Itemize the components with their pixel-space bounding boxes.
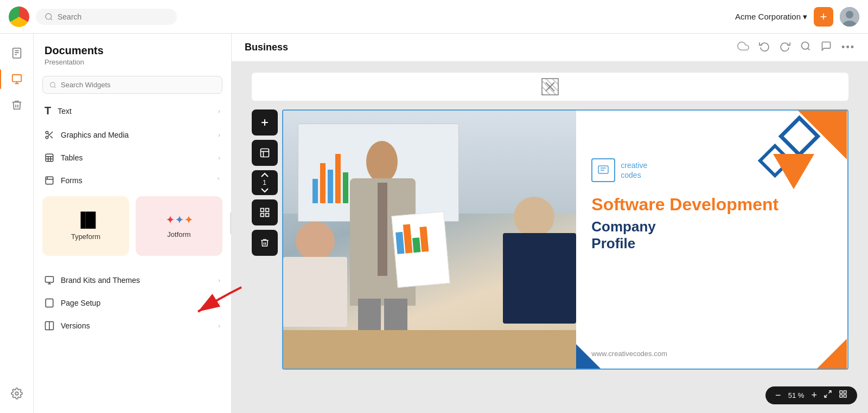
widget-bottom-items: Brand Kits and Themes › Page Setup › Ver…: [34, 269, 231, 337]
thumbnail-strip: [252, 73, 848, 101]
menu-item-graphics[interactable]: Graphics and Media ›: [34, 124, 231, 146]
logo-text: creative codes: [621, 160, 647, 180]
monitor-icon: [44, 275, 54, 285]
versions-chevron: ›: [218, 322, 220, 329]
text-icon: T: [44, 105, 51, 117]
page-number: 1: [263, 179, 266, 186]
undo-icon[interactable]: [759, 41, 770, 54]
svg-line-35: [808, 48, 810, 50]
more-icon[interactable]: •••: [841, 42, 855, 53]
svg-rect-25: [46, 177, 53, 184]
comment-icon[interactable]: [821, 41, 832, 54]
typeform-label: Typeform: [71, 233, 100, 241]
sidebar-item-documents[interactable]: [6, 42, 28, 64]
svg-point-13: [50, 82, 55, 87]
svg-point-34: [802, 42, 809, 49]
svg-rect-57: [844, 395, 846, 397]
brand-kits-chevron: ›: [218, 277, 220, 283]
zoom-in-btn[interactable]: +: [809, 390, 819, 401]
slide-content: creative codes Software Development Comp…: [576, 111, 847, 369]
text-chevron: ›: [218, 108, 220, 114]
typeform-icon: ▐█: [76, 211, 96, 228]
svg-rect-31: [46, 299, 53, 307]
svg-rect-44: [265, 209, 269, 212]
presentation-slide[interactable]: creative codes Software Development Comp…: [282, 109, 848, 370]
svg-rect-40: [260, 149, 269, 157]
zoom-search-icon[interactable]: [800, 41, 811, 54]
add-button[interactable]: +: [814, 7, 833, 27]
tables-label: Tables: [61, 153, 82, 162]
svg-point-16: [46, 136, 48, 139]
slide-area: 1: [232, 62, 868, 413]
svg-rect-20: [46, 154, 53, 162]
jotform-label: Jotform: [167, 230, 190, 238]
content-header: Business •••: [232, 34, 868, 62]
svg-rect-47: [598, 166, 608, 173]
svg-line-18: [50, 136, 53, 138]
orange-down-triangle: [773, 154, 814, 189]
slide-heading-main: Software Development: [591, 195, 832, 214]
slide-url: www.creativecodes.com: [591, 350, 832, 358]
main-layout: Documents Presentation T Text › Graphics…: [0, 34, 868, 413]
app-logo[interactable]: [9, 7, 29, 27]
zoom-out-btn[interactable]: −: [773, 390, 783, 401]
content-tools: •••: [737, 40, 855, 55]
widget-search-input[interactable]: [61, 81, 215, 89]
menu-item-forms[interactable]: Forms ˅: [34, 169, 231, 192]
add-slide-btn[interactable]: [252, 109, 278, 135]
svg-line-14: [54, 86, 55, 87]
delete-slide-btn[interactable]: [252, 230, 278, 256]
menu-item-tables[interactable]: Tables ›: [34, 146, 231, 169]
svg-rect-54: [840, 391, 843, 393]
svg-line-1: [50, 18, 52, 20]
page-icon: [44, 298, 54, 308]
brand-kits-label: Brand Kits and Themes: [61, 276, 140, 285]
jotform-card[interactable]: ✦ ✦ ✦ Jotform: [136, 196, 222, 256]
versions-icon: [44, 321, 54, 331]
slide-inner: creative codes Software Development Comp…: [283, 111, 847, 369]
logo-box: [591, 158, 615, 182]
menu-item-text[interactable]: T Text ›: [34, 98, 231, 124]
widget-search-box[interactable]: [42, 76, 222, 94]
zoom-grid-btn[interactable]: [837, 390, 850, 401]
svg-point-15: [46, 131, 48, 134]
menu-item-page-setup[interactable]: Page Setup ›: [34, 292, 231, 314]
text-label: Text: [58, 107, 72, 115]
svg-rect-43: [260, 209, 264, 212]
slide-toolbar: 1: [252, 109, 278, 370]
menu-item-brand-kits[interactable]: Brand Kits and Themes ›: [34, 269, 231, 292]
thumbnail-placeholder: [541, 78, 559, 95]
svg-line-19: [48, 133, 49, 135]
forms-icon: [44, 176, 54, 185]
sidebar-item-presentation[interactable]: [6, 68, 28, 90]
avatar: [840, 7, 859, 27]
topbar: Acme Corporation ▾ +: [0, 0, 868, 34]
typeform-card[interactable]: ▐█ Typeform: [42, 196, 129, 256]
content-title: Business: [245, 42, 288, 53]
grid-view-btn[interactable]: [252, 199, 278, 225]
tables-chevron: ›: [218, 154, 220, 161]
svg-point-12: [15, 392, 18, 395]
graphics-chevron: ›: [218, 132, 220, 138]
svg-rect-55: [844, 391, 846, 393]
company-name[interactable]: Acme Corporation ▾: [735, 12, 807, 22]
form-cards: ▐█ Typeform ✦ ✦ ✦ Jotform: [42, 196, 222, 256]
sidebar-item-trash[interactable]: [6, 94, 28, 116]
cloud-icon[interactable]: [737, 40, 749, 55]
search-box[interactable]: [36, 9, 177, 25]
search-icon: [44, 12, 53, 21]
versions-label: Versions: [61, 321, 90, 330]
menu-item-versions[interactable]: Versions ›: [34, 314, 231, 337]
layout-btn[interactable]: [252, 140, 278, 166]
page-nav-btn[interactable]: 1: [252, 170, 278, 195]
forms-label: Forms: [61, 176, 82, 185]
sidebar-item-settings[interactable]: [6, 383, 28, 404]
svg-point-3: [846, 11, 853, 18]
redo-icon[interactable]: [780, 41, 790, 54]
search-input[interactable]: [58, 12, 166, 21]
graphics-label: Graphics and Media: [61, 131, 129, 139]
zoom-fit-btn[interactable]: [821, 390, 834, 401]
icon-sidebar: [0, 34, 34, 413]
panel-title: Documents: [44, 44, 220, 57]
forms-chevron: ˅: [217, 177, 220, 184]
